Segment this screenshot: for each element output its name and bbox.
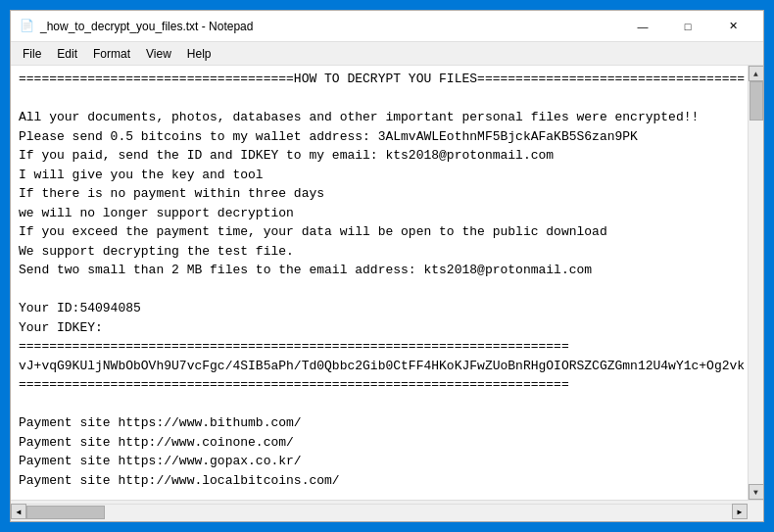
window-controls: — □ ✕ xyxy=(620,11,755,42)
content-area: ====================================HOW … xyxy=(11,66,763,521)
notepad-window: 📄 _how_to_decrypt_you_files.txt - Notepa… xyxy=(10,10,764,522)
menu-format[interactable]: Format xyxy=(85,45,138,63)
menu-view[interactable]: View xyxy=(138,45,179,63)
text-content[interactable]: ====================================HOW … xyxy=(11,66,748,500)
h-scroll-track[interactable] xyxy=(26,505,732,519)
menu-edit[interactable]: Edit xyxy=(49,45,85,63)
scroll-track[interactable] xyxy=(749,81,763,484)
scroll-thumb[interactable] xyxy=(750,81,763,121)
bottom-bar: ◀ ▶ xyxy=(11,500,763,521)
h-scroll-thumb[interactable] xyxy=(26,506,105,519)
menu-help[interactable]: Help xyxy=(179,45,219,63)
vertical-scrollbar[interactable]: ▲ ▼ xyxy=(748,66,763,500)
minimize-button[interactable]: — xyxy=(620,11,665,42)
title-bar: 📄 _how_to_decrypt_you_files.txt - Notepa… xyxy=(11,11,763,42)
text-area-wrapper: ====================================HOW … xyxy=(11,66,763,500)
app-icon: 📄 xyxy=(19,19,34,34)
maximize-button[interactable]: □ xyxy=(665,11,710,42)
scroll-left-arrow[interactable]: ◀ xyxy=(11,504,26,519)
menu-bar: File Edit Format View Help xyxy=(11,42,763,66)
scroll-right-arrow[interactable]: ▶ xyxy=(732,504,748,519)
horizontal-scrollbar[interactable]: ◀ ▶ xyxy=(11,504,748,519)
scrollbar-corner xyxy=(748,504,763,519)
scroll-down-arrow[interactable]: ▼ xyxy=(749,484,764,500)
close-button[interactable]: ✕ xyxy=(710,11,755,42)
window-title: _how_to_decrypt_you_files.txt - Notepad xyxy=(40,20,620,33)
scroll-up-arrow[interactable]: ▲ xyxy=(749,66,764,81)
menu-file[interactable]: File xyxy=(15,45,49,63)
